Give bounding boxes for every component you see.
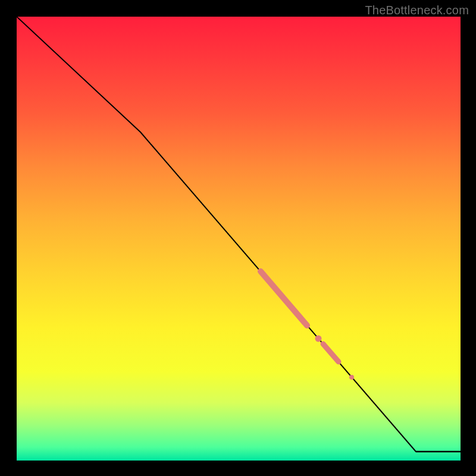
highlight-segment-1 [261, 271, 307, 325]
chart-overlay [17, 17, 461, 461]
watermark-text: TheBottleneck.com [365, 4, 469, 17]
highlight-dot-2 [349, 375, 354, 380]
chart-canvas: TheBottleneck.com [0, 0, 476, 476]
plot-area [17, 17, 461, 461]
bottleneck-curve [17, 17, 461, 452]
highlight-dot-1 [315, 336, 322, 342]
highlight-segment-2 [323, 344, 339, 362]
